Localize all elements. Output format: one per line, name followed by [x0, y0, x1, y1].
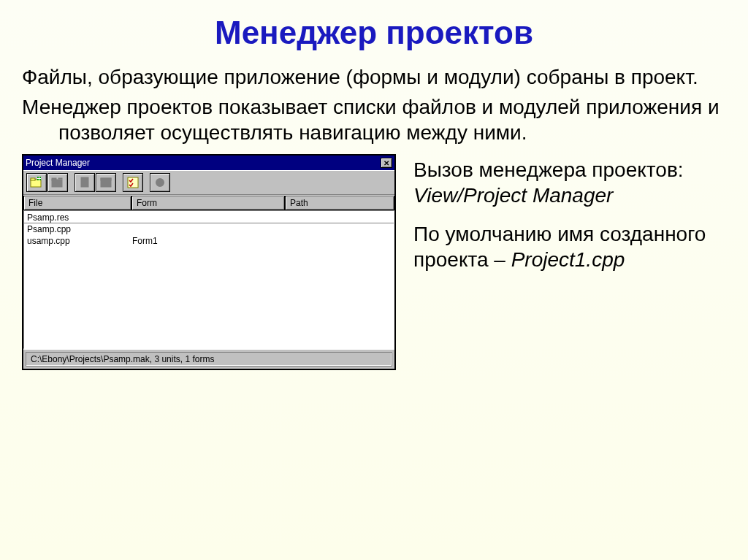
header-file[interactable]: File: [23, 196, 131, 210]
refresh-icon: [154, 177, 166, 188]
slide-title: Менеджер проектов: [22, 15, 726, 51]
folder-minus-icon: [51, 177, 64, 188]
close-button[interactable]: ✕: [381, 158, 392, 168]
slide-paragraph-2: Менеджер проектов показывает списки файл…: [22, 94, 726, 145]
svg-rect-7: [58, 178, 62, 179]
status-text: C:\Ebony\Projects\Psamp.mak, 3 units, 1 …: [26, 352, 392, 367]
window-titlebar[interactable]: Project Manager ✕: [23, 156, 394, 170]
svg-rect-4: [37, 178, 41, 179]
folder-plus-icon: [30, 177, 43, 188]
cell-file: usamp.cpp: [24, 236, 132, 246]
close-icon: ✕: [383, 159, 389, 167]
file-list[interactable]: Psamp.res Psamp.cpp usamp.cpp Form1: [23, 210, 394, 349]
cell-file: Psamp.cpp: [24, 224, 132, 234]
header-form[interactable]: Form: [131, 196, 285, 210]
status-bar: C:\Ebony\Projects\Psamp.mak, 3 units, 1 …: [23, 349, 394, 367]
cell-form: Form1: [132, 236, 286, 246]
list-headers: File Form Path: [23, 195, 394, 210]
form-icon: [100, 177, 112, 188]
slide-paragraph-1: Файлы, образующие приложение (формы и мо…: [22, 64, 726, 90]
list-item[interactable]: Psamp.res: [24, 212, 394, 223]
view-form-button[interactable]: [96, 173, 116, 192]
svg-rect-1: [31, 178, 35, 180]
update-button[interactable]: [150, 173, 170, 192]
document-icon: [80, 177, 90, 188]
default-project-name: Project1.cpp: [511, 248, 625, 271]
svg-point-14: [156, 179, 164, 186]
toolbar: [23, 170, 394, 195]
window-title: Project Manager: [26, 158, 381, 168]
checklist-icon: [127, 177, 139, 188]
project-manager-window: Project Manager ✕: [22, 154, 396, 370]
list-item[interactable]: Psamp.cpp: [24, 223, 394, 235]
options-button[interactable]: [123, 173, 143, 192]
list-item[interactable]: usamp.cpp Form1: [24, 235, 394, 247]
right-p1: Вызов менеджера проектов: View/Project M…: [413, 157, 726, 208]
view-unit-button[interactable]: [75, 173, 95, 192]
header-path[interactable]: Path: [285, 196, 394, 210]
cell-file: Psamp.res: [24, 212, 132, 223]
right-column: Вызов менеджера проектов: View/Project M…: [413, 154, 726, 285]
remove-file-button[interactable]: [47, 173, 68, 192]
right-p2: По умолчанию имя созданного проекта – Pr…: [413, 221, 726, 272]
svg-rect-6: [52, 178, 56, 180]
svg-rect-12: [101, 178, 111, 180]
menu-path: View/Project Manager: [413, 184, 613, 207]
add-file-button[interactable]: [26, 173, 47, 192]
